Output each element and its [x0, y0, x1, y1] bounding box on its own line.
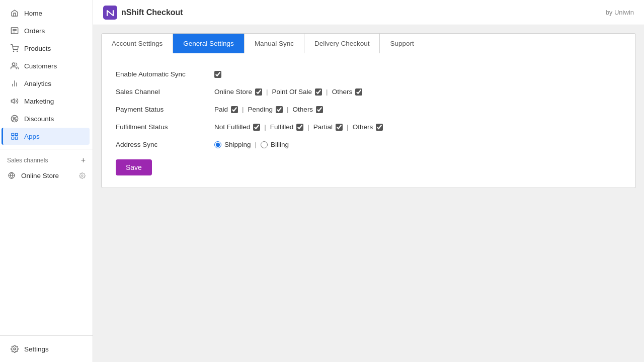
- enable-auto-sync-row: Enable Automatic Sync: [116, 65, 621, 83]
- payment-status-others-checkbox[interactable]: [316, 106, 323, 113]
- tab-general-settings[interactable]: General Settings: [173, 34, 245, 53]
- fulfillment-not-fulfilled-text: Not Fulfilled: [214, 123, 250, 131]
- fulfillment-partial-checkbox[interactable]: [336, 124, 343, 131]
- sidebar-item-home[interactable]: Home: [3, 5, 90, 22]
- enable-auto-sync-checkbox[interactable]: [214, 71, 221, 78]
- sidebar-item-analytics-label: Analytics: [24, 80, 51, 87]
- sales-channels-label: Sales channels: [7, 157, 48, 164]
- payment-status-pending-checkbox[interactable]: [276, 106, 283, 113]
- analytics-icon: [10, 79, 19, 88]
- fulfillment-fulfilled-text: Fulfilled: [270, 123, 294, 131]
- sep1: |: [266, 88, 268, 96]
- fulfillment-status-row: Fulfillment Status Not Fulfilled | Fulfi…: [116, 118, 621, 136]
- settings-panel: Enable Automatic Sync Sales Channel Onli…: [101, 53, 636, 188]
- sidebar-item-customers-label: Customers: [24, 62, 57, 70]
- svg-rect-17: [12, 137, 14, 139]
- sidebar-item-products-label: Products: [24, 45, 51, 52]
- app-author: by Uniwin: [606, 9, 634, 16]
- address-sync-label: Address Sync: [116, 141, 206, 148]
- sidebar-item-customers[interactable]: Customers: [3, 57, 90, 74]
- sidebar-item-apps-label: Apps: [24, 133, 40, 140]
- payment-status-others-text: Others: [293, 106, 313, 113]
- payment-status-pending-text: Pending: [248, 106, 273, 113]
- svg-point-5: [17, 51, 18, 51]
- sep7: |: [347, 123, 349, 131]
- address-sync-row: Address Sync Shipping | Billing: [116, 136, 621, 153]
- sidebar-item-orders-label: Orders: [24, 27, 45, 35]
- address-sync-billing-text: Billing: [271, 141, 289, 148]
- sales-channel-others-text: Others: [332, 88, 353, 96]
- svg-point-12: [15, 119, 17, 121]
- tabs-bar: Account Settings General Settings Manual…: [101, 33, 636, 53]
- sales-channel-label: Sales Channel: [116, 88, 206, 96]
- tab-account-settings[interactable]: Account Settings: [102, 34, 173, 53]
- sep6: |: [307, 123, 309, 131]
- sidebar: Home Orders Products: [0, 0, 93, 362]
- sidebar-item-online-store[interactable]: Online Store: [0, 167, 93, 184]
- sep4: |: [287, 106, 289, 113]
- sidebar-item-products[interactable]: Products: [3, 40, 90, 57]
- sidebar-divider: [0, 149, 93, 149]
- orders-icon: [10, 26, 19, 35]
- app-name: nShift Checkout: [121, 8, 183, 17]
- sidebar-item-apps[interactable]: Apps: [2, 128, 90, 145]
- tab-support[interactable]: Support: [380, 34, 424, 53]
- home-icon: [10, 9, 19, 18]
- sales-channel-others-checkbox[interactable]: [355, 88, 362, 96]
- tab-delivery-checkout[interactable]: Delivery Checkout: [304, 34, 380, 53]
- marketing-icon: [10, 97, 19, 106]
- sales-channel-online-store-text: Online Store: [214, 88, 252, 96]
- nshift-logo-icon: [103, 6, 117, 20]
- address-sync-shipping-radio[interactable]: [214, 141, 221, 148]
- payment-status-paid-text: Paid: [214, 106, 228, 113]
- enable-auto-sync-label: Enable Automatic Sync: [116, 70, 206, 78]
- customers-icon: [10, 61, 19, 70]
- add-sales-channel-button[interactable]: +: [81, 156, 86, 164]
- svg-rect-14: [12, 133, 14, 136]
- svg-rect-15: [15, 133, 18, 136]
- enable-auto-sync-value: [214, 71, 221, 78]
- apps-icon: [10, 132, 19, 141]
- svg-rect-16: [15, 137, 18, 139]
- sales-channel-value: Online Store | Point Of Sale | Others: [214, 88, 362, 96]
- save-button[interactable]: Save: [116, 159, 152, 175]
- fulfillment-status-value: Not Fulfilled | Fulfilled | Partial | Ot…: [214, 123, 383, 131]
- payment-status-paid-checkbox[interactable]: [231, 106, 238, 113]
- app-logo: nShift Checkout: [103, 6, 183, 20]
- sidebar-item-home-label: Home: [24, 10, 42, 17]
- sidebar-item-analytics[interactable]: Analytics: [3, 75, 90, 92]
- sidebar-item-marketing-label: Marketing: [24, 98, 54, 105]
- sales-channel-pos-text: Point Of Sale: [272, 88, 312, 96]
- sidebar-item-discounts[interactable]: Discounts: [3, 110, 90, 127]
- online-store-icon: [7, 171, 16, 180]
- sidebar-item-orders[interactable]: Orders: [3, 22, 90, 39]
- sep8: |: [255, 141, 257, 148]
- fulfillment-others-text: Others: [353, 123, 373, 131]
- sidebar-item-settings-label: Settings: [24, 345, 49, 353]
- payment-status-label: Payment Status: [116, 106, 206, 113]
- sep2: |: [326, 88, 328, 96]
- svg-point-11: [13, 117, 15, 119]
- fulfillment-fulfilled-checkbox[interactable]: [296, 124, 303, 131]
- main-content: nShift Checkout by Uniwin Account Settin…: [93, 0, 644, 362]
- online-store-label: Online Store: [21, 172, 59, 179]
- sales-channel-pos-checkbox[interactable]: [315, 88, 322, 96]
- online-store-settings-icon[interactable]: [79, 172, 86, 179]
- svg-marker-10: [11, 99, 14, 103]
- sidebar-item-settings[interactable]: Settings: [3, 340, 90, 357]
- svg-point-20: [82, 174, 83, 176]
- fulfillment-status-label: Fulfillment Status: [116, 123, 206, 131]
- app-header: nShift Checkout by Uniwin: [93, 0, 644, 25]
- tab-manual-sync[interactable]: Manual Sync: [245, 34, 304, 53]
- fulfillment-others-checkbox[interactable]: [376, 124, 383, 131]
- products-icon: [10, 44, 19, 53]
- sales-channel-row: Sales Channel Online Store | Point Of Sa…: [116, 83, 621, 101]
- address-sync-billing-radio[interactable]: [261, 141, 268, 148]
- sales-channels-section: Sales channels +: [0, 153, 93, 167]
- sidebar-item-marketing[interactable]: Marketing: [3, 93, 90, 110]
- svg-point-6: [12, 63, 15, 65]
- fulfillment-not-fulfilled-checkbox[interactable]: [253, 124, 260, 131]
- svg-point-21: [14, 348, 16, 350]
- sales-channel-online-store-checkbox[interactable]: [255, 88, 262, 96]
- fulfillment-partial-text: Partial: [313, 123, 333, 131]
